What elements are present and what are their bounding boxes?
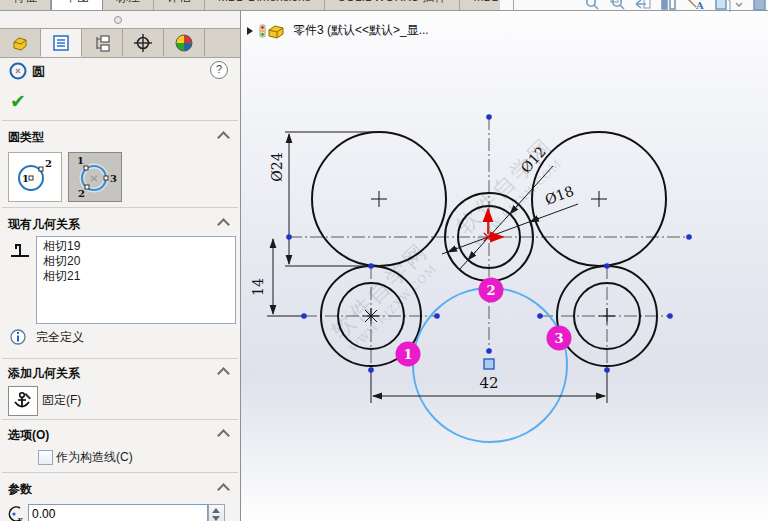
chevron-up-icon[interactable] [217, 483, 230, 496]
divider [2, 207, 238, 208]
graphics-area[interactable]: 零件3 (默认<<默认>_显... 软件自学网 WWW.RJZXW.COM 软件… [241, 10, 768, 521]
construction-line-label: 作为构造线(C) [56, 449, 133, 466]
tab-evaluate[interactable]: 评估 [154, 0, 205, 10]
section-label: 圆类型 [8, 129, 44, 146]
chevron-up-icon[interactable] [217, 429, 230, 442]
help-button[interactable]: ? [210, 61, 228, 79]
center-x-coordinate-icon: x [6, 505, 26, 521]
dimxpert-target-icon [133, 33, 153, 53]
badge-1: 1 [396, 342, 421, 367]
svg-text:Ø24: Ø24 [269, 152, 285, 181]
property-list-icon [51, 33, 71, 53]
tab-property-manager[interactable] [41, 29, 82, 57]
section-parameters[interactable]: 参数 [0, 480, 240, 498]
solidworks-window: 特征 草图 标注 评估 MBD Dimensions SOLIDWORKS 插件… [0, 0, 768, 521]
divider [2, 472, 238, 473]
tab-display-manager[interactable] [164, 29, 205, 56]
fix-relation-button[interactable] [8, 386, 38, 416]
appearance-sphere-icon [174, 33, 194, 53]
relations-listbox[interactable]: 相切19 相切20 相切21 [36, 236, 236, 324]
point-badges: 1 2 3 [396, 278, 572, 367]
chevron-up-icon[interactable] [217, 218, 230, 231]
tab-mbd-dimensions[interactable]: MBD Dimensions [205, 0, 325, 10]
anchor-icon [12, 390, 34, 412]
svg-text:3: 3 [110, 173, 117, 184]
dimension-14[interactable]: 14 [250, 239, 304, 316]
relation-item[interactable]: 相切20 [37, 254, 235, 269]
pm-header: 圆 ? [0, 58, 240, 86]
part-tree-label[interactable]: 零件3 (默认<<默认>_显... [293, 22, 429, 39]
part-icon [10, 33, 30, 53]
section-label: 添加几何关系 [8, 365, 80, 382]
info-icon [10, 329, 26, 345]
tab-configuration-manager[interactable] [82, 29, 123, 56]
ok-button[interactable]: ✔ [10, 90, 26, 113]
configuration-icon [92, 33, 112, 53]
center-x-input[interactable] [28, 504, 208, 521]
svg-text:1: 1 [77, 155, 84, 166]
relation-item[interactable]: 相切19 [37, 239, 235, 254]
divider [2, 358, 238, 359]
status-row: 完全定义 [0, 328, 240, 348]
tab-features[interactable]: 特征 [0, 0, 51, 10]
svg-text:3: 3 [554, 331, 563, 346]
sketch-canvas[interactable]: 软件自学网 WWW.RJZXW.COM 软件自学网 WWW.RJZXW.COM [241, 10, 768, 521]
zoom-to-area-icon[interactable] [611, 0, 624, 9]
value-spinner[interactable] [208, 504, 225, 521]
badge-2: 2 [479, 278, 504, 303]
tab-markup[interactable]: 标注 [103, 0, 154, 10]
dimension-42[interactable]: 42 [371, 370, 607, 403]
section-existing-relations[interactable]: 现有几何关系 [0, 215, 240, 233]
divider [2, 419, 238, 420]
relation-item[interactable]: 相切21 [37, 269, 235, 284]
preview-circle-center-handle[interactable] [484, 359, 494, 369]
svg-text:42: 42 [479, 374, 498, 392]
spinner-up-icon[interactable] [212, 508, 220, 513]
svg-text:A: A [695, 0, 704, 11]
part-status-icon [259, 23, 289, 39]
tab-feature-manager[interactable] [0, 29, 41, 56]
hide-show-annotations-icon[interactable]: A [688, 0, 704, 11]
center-circle-button[interactable]: 1 2 [8, 152, 62, 202]
property-manager-panel: 圆 ? ✔ 圆类型 1 2 [0, 10, 241, 521]
construction-line-checkbox[interactable] [38, 450, 53, 465]
spinner-down-icon[interactable] [212, 516, 220, 521]
panel-collapse-handle[interactable] [0, 10, 240, 28]
tab-sketch[interactable]: 草图 [51, 0, 103, 10]
fully-defined-status: 完全定义 [36, 329, 84, 346]
previous-view-icon[interactable] [636, 0, 650, 8]
view-settings-icon[interactable] [754, 0, 765, 10]
section-circle-type[interactable]: 圆类型 [0, 128, 240, 146]
section-label: 参数 [8, 481, 32, 498]
svg-text:2: 2 [78, 188, 85, 199]
tab-mbd[interactable]: MBD [460, 0, 514, 10]
svg-text:x: x [18, 515, 23, 521]
section-options[interactable]: 选项(O) [0, 426, 240, 444]
expand-arrow-icon[interactable] [247, 27, 253, 35]
relations-perpendicular-icon [9, 240, 31, 260]
feature-tree-flyout[interactable]: 零件3 (默认<<默认>_显... [247, 22, 429, 39]
collapse-dot-icon [114, 16, 122, 24]
svg-text:1: 1 [403, 347, 412, 362]
pm-title: 圆 [32, 63, 45, 81]
badge-3: 3 [547, 326, 572, 351]
heads-up-view-toolbar: A [584, 0, 766, 15]
manager-tab-strip [0, 28, 240, 58]
section-add-relations[interactable]: 添加几何关系 [0, 364, 240, 382]
dimension-d24[interactable]: Ø24 [269, 132, 385, 266]
tab-dimxpert-manager[interactable] [123, 29, 164, 56]
svg-text:2: 2 [486, 283, 495, 298]
svg-text:2: 2 [45, 158, 52, 169]
display-style-icon[interactable] [716, 0, 742, 12]
section-label: 现有几何关系 [8, 216, 80, 233]
section-view-icon[interactable] [662, 0, 675, 9]
divider [2, 120, 238, 121]
zoom-to-fit-icon[interactable] [587, 0, 598, 9]
tab-solidworks-addins[interactable]: SOLIDWORKS 插件 [325, 0, 461, 10]
circle-tool-icon [8, 61, 28, 81]
chevron-up-icon[interactable] [217, 367, 230, 380]
fix-relation-label: 固定(F) [42, 392, 81, 409]
svg-text:1: 1 [22, 173, 29, 184]
perimeter-circle-button[interactable]: 1 2 3 [68, 152, 122, 202]
chevron-up-icon[interactable] [217, 131, 230, 144]
